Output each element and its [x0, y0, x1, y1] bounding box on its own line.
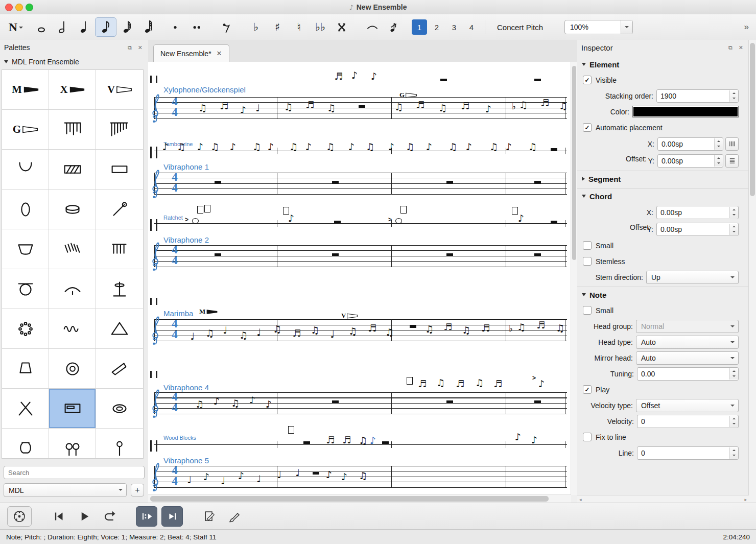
undock-icon[interactable]: ⧉ [727, 44, 734, 51]
note-glyph[interactable]: ♫ [366, 142, 374, 152]
time-signature[interactable]: 44 [171, 465, 179, 486]
note-glyph[interactable]: ♬ [443, 322, 452, 332]
rest-glyph[interactable] [534, 79, 541, 81]
note-glyph[interactable]: ♩ [256, 327, 261, 337]
tuning-spinbox[interactable]: 0.00 [637, 367, 739, 381]
toolbar-overflow-chevron[interactable]: » [744, 22, 749, 32]
play-checkbox[interactable]: ✓ [583, 385, 592, 394]
head-type-dropdown[interactable]: Auto [636, 336, 739, 349]
play-repeats-button[interactable] [136, 506, 157, 527]
note-glyph[interactable]: ♬ [368, 323, 376, 333]
rest-glyph[interactable] [551, 221, 557, 223]
staff-label[interactable]: Wood Blocks [163, 435, 196, 441]
edit-brush-button[interactable] [224, 506, 245, 527]
palette-cell-china-cymbal[interactable] [49, 269, 96, 309]
search-input[interactable] [4, 466, 145, 479]
clef[interactable] [149, 460, 162, 493]
tremolo-marker[interactable] [197, 206, 203, 214]
note-glyph[interactable]: ♪ [326, 470, 332, 480]
rest-glyph[interactable] [334, 221, 341, 223]
accent-glyph[interactable]: > [532, 375, 536, 381]
scrollbar-thumb[interactable] [150, 496, 549, 502]
augmentation-dot-button[interactable] [164, 17, 186, 37]
tie-button[interactable] [362, 17, 383, 37]
note-glyph[interactable]: ♪ [162, 142, 169, 152]
grace-note-button[interactable] [383, 17, 405, 37]
mallet-marker[interactable]: M [199, 308, 218, 316]
palette-cell-whip[interactable] [96, 349, 143, 389]
note-glyph[interactable]: ♫ [462, 325, 470, 335]
palette-cell-tubular-bells[interactable] [96, 229, 143, 269]
note-glyph[interactable]: ♫ [252, 142, 261, 152]
half-note-button[interactable] [52, 17, 74, 37]
time-signature[interactable]: 44 [171, 244, 179, 266]
note-glyph[interactable]: ♪ [240, 105, 246, 115]
note-glyph[interactable]: ♪ [249, 395, 255, 405]
palette-cell-cowbell[interactable] [2, 349, 49, 389]
palette-cell-xylophone-mallet-hard[interactable]: X [49, 70, 96, 110]
note-glyph[interactable]: ♫ [210, 142, 219, 152]
time-signature[interactable]: 44 [171, 391, 179, 413]
note-glyph[interactable]: ♫ [436, 378, 445, 388]
note-glyph[interactable]: ♫ [385, 327, 394, 337]
tremolo-marker[interactable] [288, 426, 294, 434]
note-glyph[interactable]: ♫ [198, 103, 207, 113]
spinbox-arrows[interactable] [729, 368, 738, 380]
chord-offset-y-spinbox[interactable]: 0.00sp [656, 223, 739, 236]
palette-cell-shaker[interactable] [2, 190, 49, 229]
note-glyph[interactable]: ♫ [394, 102, 403, 112]
snap-horizontal-button[interactable] [725, 137, 739, 151]
palette-cell-jug[interactable] [2, 429, 49, 459]
element-offset-y-spinbox[interactable]: 0.00sp [657, 154, 723, 168]
rest-glyph[interactable] [534, 400, 541, 403]
flat-button[interactable]: ♭ [245, 17, 267, 37]
note-glyph[interactable]: ♪ [426, 142, 432, 152]
note-glyph[interactable]: ♫ [359, 471, 367, 481]
note-glyph[interactable]: ♫ [406, 142, 414, 152]
workspace-dropdown[interactable]: MDL [4, 483, 127, 497]
chord-offset-x-spinbox[interactable]: 0.00sp [656, 206, 739, 219]
palette-cell-marimba-mallet-hard[interactable]: M [2, 70, 49, 110]
palette-cell-mark-tree[interactable] [96, 110, 143, 150]
double-sharp-button[interactable] [331, 17, 352, 37]
undock-icon[interactable]: ⧉ [126, 44, 133, 51]
rest-glyph[interactable] [534, 253, 541, 256]
note-glyph[interactable]: ♩ [277, 470, 281, 480]
score-vertical-scrollbar[interactable] [571, 62, 577, 495]
note-glyph[interactable]: ♫ [528, 142, 537, 152]
whole-note-glyph[interactable] [192, 218, 199, 224]
palette-cell-wood-block[interactable] [96, 150, 143, 190]
note-glyph[interactable]: ♫ [348, 326, 357, 336]
palette-cell-jingle-ring[interactable] [2, 309, 49, 349]
note-glyph[interactable]: ♪ [238, 471, 244, 481]
note-glyph[interactable]: ♫ [289, 142, 298, 152]
quarter-note-button[interactable] [74, 17, 95, 37]
stacking-order-spinbox[interactable]: 1900 [656, 89, 739, 103]
palette-cell-crossed-sticks[interactable] [2, 389, 49, 429]
palette-cell-gong[interactable] [2, 269, 49, 309]
note-glyph[interactable]: ♪ [230, 142, 236, 152]
note-glyph[interactable]: ♩ [330, 329, 335, 339]
rest-glyph[interactable] [332, 181, 339, 183]
palette-cell-spring-coil[interactable] [49, 309, 96, 349]
note-glyph[interactable]: ♪ [214, 396, 220, 406]
rest-glyph[interactable] [534, 181, 541, 183]
time-signature[interactable]: 44 [171, 318, 179, 340]
zoom-dropdown-button[interactable] [621, 20, 632, 34]
staff-label[interactable]: Vibraphone 4 [163, 383, 209, 392]
note-glyph[interactable]: ♪ [466, 142, 472, 152]
rest-glyph[interactable] [303, 441, 310, 444]
note-glyph[interactable]: ♪ [268, 142, 274, 152]
inspector-horizontal-scrollbar[interactable]: ◂▸ [577, 495, 749, 503]
eighth-note-button[interactable] [95, 17, 116, 37]
element-offset-x-spinbox[interactable]: 0.00sp [657, 137, 723, 151]
scrollbar-thumb[interactable] [750, 43, 755, 196]
staff-label[interactable]: Vibraphone 5 [163, 456, 209, 465]
stemless-checkbox[interactable] [583, 257, 592, 266]
note-input-mode-button[interactable]: N [5, 17, 27, 37]
stem-direction-dropdown[interactable]: Up [646, 271, 739, 284]
note-glyph[interactable]: ♪ [288, 214, 294, 223]
scrollbar-thumb[interactable] [572, 66, 576, 260]
play-button[interactable] [74, 506, 95, 527]
rest-glyph[interactable] [446, 181, 453, 183]
